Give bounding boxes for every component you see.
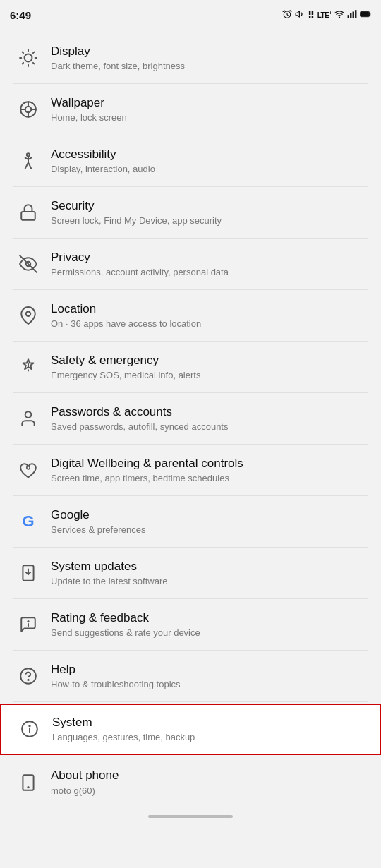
system-updates-icon <box>13 564 44 582</box>
settings-item-system-updates[interactable]: System updates Update to the latest soft… <box>0 548 381 598</box>
svg-line-17 <box>33 52 35 54</box>
settings-item-accessibility[interactable]: Accessibility Display, interaction, audi… <box>0 135 381 186</box>
status-icons: ⠿ LTE+ <box>282 9 371 21</box>
system-text: System Languages, gestures, time, backup <box>45 715 367 744</box>
svg-line-26 <box>25 162 28 169</box>
svg-rect-8 <box>361 11 369 16</box>
svg-point-2 <box>339 17 339 18</box>
passwords-title: Passwords & accounts <box>51 404 368 420</box>
safety-text: Safety & emergency Emergency SOS, medica… <box>44 353 368 382</box>
system-title: System <box>52 715 367 730</box>
svg-point-40 <box>20 668 36 684</box>
status-bar: 6:49 ⠿ LTE+ <box>0 0 381 27</box>
location-icon <box>13 306 44 325</box>
settings-item-security[interactable]: Security Screen lock, Find My Device, ap… <box>0 187 381 238</box>
wallpaper-text: Wallpaper Home, lock screen <box>44 95 368 124</box>
svg-line-12 <box>23 52 24 54</box>
wallpaper-icon <box>13 100 44 119</box>
privacy-subtitle: Permissions, account activity, personal … <box>51 267 368 279</box>
svg-rect-28 <box>21 212 35 220</box>
safety-subtitle: Emergency SOS, medical info, alerts <box>51 370 368 382</box>
location-text: Location On · 36 apps have access to loc… <box>44 301 368 330</box>
bottom-handle <box>0 808 381 824</box>
volume-icon <box>295 9 305 21</box>
security-title: Security <box>51 198 368 214</box>
location-subtitle: On · 36 apps have access to location <box>51 318 368 330</box>
help-title: Help <box>51 662 368 677</box>
settings-item-system[interactable]: System Languages, gestures, time, backup <box>0 704 381 755</box>
settings-item-privacy[interactable]: Privacy Permissions, account activity, p… <box>0 239 381 289</box>
svg-rect-5 <box>353 11 354 18</box>
svg-line-16 <box>23 63 24 64</box>
svg-point-19 <box>25 107 32 113</box>
wellbeing-icon <box>13 461 44 479</box>
signal-dots-icon: ⠿ <box>308 10 315 20</box>
rating-text: Rating & feedback Send suggestions & rat… <box>44 610 368 639</box>
accessibility-subtitle: Display, interaction, audio <box>51 164 368 176</box>
wallpaper-subtitle: Home, lock screen <box>51 112 368 124</box>
security-text: Security Screen lock, Find My Device, ap… <box>44 198 368 227</box>
svg-rect-4 <box>350 13 351 18</box>
wifi-icon <box>334 9 344 21</box>
settings-item-google[interactable]: G Google Services & preferences <box>0 496 381 547</box>
svg-point-31 <box>26 312 31 317</box>
rating-title: Rating & feedback <box>51 610 368 626</box>
lte-icon: LTE+ <box>318 11 332 19</box>
privacy-icon <box>13 255 44 273</box>
system-subtitle: Languages, gestures, time, backup <box>52 732 367 744</box>
accessibility-title: Accessibility <box>51 147 368 162</box>
alarm-icon <box>282 9 292 21</box>
passwords-icon <box>13 409 44 428</box>
svg-point-34 <box>25 411 32 418</box>
rating-icon <box>13 615 44 634</box>
settings-item-passwords[interactable]: Passwords & accounts Saved passwords, au… <box>0 393 381 444</box>
settings-item-location[interactable]: Location On · 36 apps have access to loc… <box>0 290 381 341</box>
safety-title: Safety & emergency <box>51 353 368 368</box>
svg-rect-3 <box>348 15 349 18</box>
settings-item-rating[interactable]: Rating & feedback Send suggestions & rat… <box>0 599 381 650</box>
display-text: Display Dark theme, font size, brightnes… <box>44 44 368 73</box>
display-subtitle: Dark theme, font size, brightness <box>51 61 368 73</box>
security-icon <box>13 203 44 222</box>
battery-icon <box>360 9 371 21</box>
handle-bar <box>148 815 233 818</box>
about-icon <box>13 773 44 792</box>
google-icon: G <box>13 512 44 531</box>
settings-list: Display Dark theme, font size, brightnes… <box>0 27 381 808</box>
google-subtitle: Services & preferences <box>51 524 368 536</box>
display-title: Display <box>51 44 368 59</box>
passwords-text: Passwords & accounts Saved passwords, au… <box>44 404 368 433</box>
system-updates-title: System updates <box>51 559 368 574</box>
privacy-text: Privacy Permissions, account activity, p… <box>44 250 368 279</box>
svg-line-27 <box>28 162 31 169</box>
security-subtitle: Screen lock, Find My Device, app securit… <box>51 215 368 227</box>
svg-marker-1 <box>296 11 299 16</box>
settings-item-about[interactable]: About phone moto g(60) <box>0 757 381 808</box>
system-updates-text: System updates Update to the latest soft… <box>44 559 368 588</box>
google-text: Google Services & preferences <box>44 507 368 536</box>
accessibility-text: Accessibility Display, interaction, audi… <box>44 147 368 176</box>
settings-item-help[interactable]: Help How-to & troubleshooting topics <box>0 651 381 701</box>
help-text: Help How-to & troubleshooting topics <box>44 662 368 691</box>
rating-subtitle: Send suggestions & rate your device <box>51 627 368 639</box>
settings-item-wellbeing[interactable]: Digital Wellbeing & parental controls Sc… <box>0 445 381 495</box>
settings-item-wallpaper[interactable]: Wallpaper Home, lock screen <box>0 84 381 135</box>
system-updates-subtitle: Update to the latest software <box>51 576 368 588</box>
about-subtitle: moto g(60) <box>51 785 368 797</box>
svg-point-35 <box>27 466 30 469</box>
wellbeing-text: Digital Wellbeing & parental controls Sc… <box>44 456 368 485</box>
wallpaper-title: Wallpaper <box>51 95 368 111</box>
svg-point-9 <box>25 54 32 62</box>
help-subtitle: How-to & troubleshooting topics <box>51 679 368 691</box>
wellbeing-subtitle: Screen time, app timers, bedtime schedul… <box>51 473 368 485</box>
svg-line-13 <box>33 63 35 64</box>
privacy-title: Privacy <box>51 250 368 265</box>
svg-rect-6 <box>355 10 356 18</box>
divider-13 <box>13 701 368 702</box>
status-time: 6:49 <box>10 9 31 21</box>
about-title: About phone <box>51 768 368 783</box>
safety-icon <box>13 358 44 376</box>
settings-item-display[interactable]: Display Dark theme, font size, brightnes… <box>0 32 381 83</box>
settings-item-safety[interactable]: Safety & emergency Emergency SOS, medica… <box>0 342 381 392</box>
location-title: Location <box>51 301 368 317</box>
